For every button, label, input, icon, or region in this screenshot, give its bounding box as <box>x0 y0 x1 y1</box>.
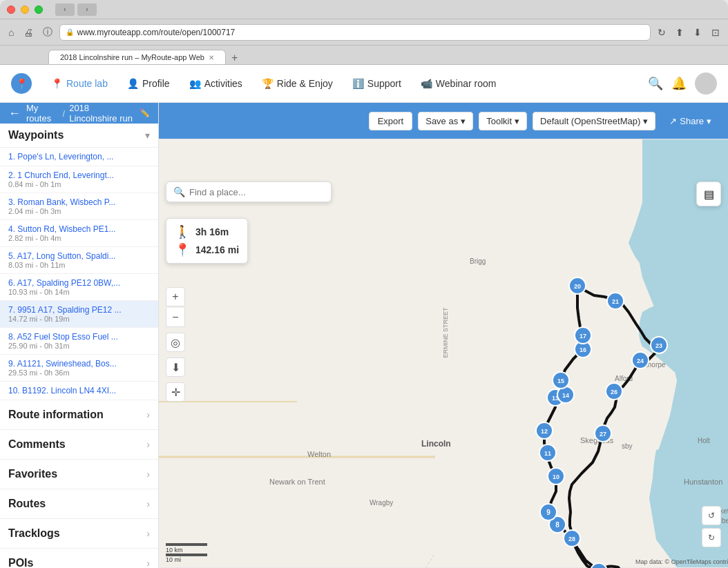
save-as-btn[interactable]: Save as ▾ <box>418 112 473 130</box>
waypoint-name: 5. A17, Long Sutton, Spaldi... <box>8 251 150 261</box>
map-reset-btns: ↺ ↻ <box>702 506 721 547</box>
tab-close-btn[interactable]: ✕ <box>209 54 214 61</box>
waypoint-meta: 2.04 mi - 0h 3m <box>8 207 150 215</box>
notifications-btn[interactable]: 🔔 <box>671 76 687 91</box>
section-chevron-icon: › <box>146 528 150 539</box>
browser-download-btn[interactable]: ⬇ <box>691 26 705 39</box>
waypoint-item-10[interactable]: 10. B1192. Lincoln LN4 4XI... <box>0 382 158 400</box>
nav-item-profile[interactable]: 👤 Profile <box>119 74 178 93</box>
close-window-btn[interactable] <box>7 6 15 14</box>
section-title: Comments <box>8 438 66 451</box>
zoom-out-btn[interactable]: − <box>166 308 185 327</box>
section-title: Favorites <box>8 468 57 480</box>
sidebar-item-comments[interactable]: Comments › <box>0 430 158 460</box>
waypoint-name: 8. A52 Fuel Stop Esso Fuel ... <box>8 332 150 342</box>
map-style-btn[interactable]: Default (OpenStreetMap) ▾ <box>533 112 655 130</box>
waypoint-item-2[interactable]: 2. 1 Church End, Leveringt... 0.84 mi - … <box>0 166 158 193</box>
svg-text:Hunstanton: Hunstanton <box>684 478 722 486</box>
reset-tilt-btn[interactable]: ↻ <box>702 528 721 547</box>
layer-toggle-btn[interactable]: ▤ <box>696 182 721 206</box>
share-btn[interactable]: ↗ Share ▾ <box>661 112 720 130</box>
waypoint-meta: 25.90 mi - 0h 31m <box>8 342 150 350</box>
waypoint-meta: 0.84 mi - 0h 1m <box>8 180 150 188</box>
address-bar[interactable]: 🔒 www.myrouteapp.com/route/open/1000717 <box>59 24 651 41</box>
zoom-in-btn[interactable]: + <box>166 287 185 306</box>
section-chevron-icon: › <box>146 409 150 420</box>
duration-icon: 🚶 <box>175 224 190 239</box>
search-nav-btn[interactable]: 🔍 <box>648 76 663 91</box>
waypoint-item-8[interactable]: 8. A52 Fuel Stop Esso Fuel ... 25.90 mi … <box>0 328 158 355</box>
waypoints-toggle-icon: ▾ <box>145 130 150 141</box>
waypoint-item-7[interactable]: 7. 9951 A17, Spalding PE12 ... 14.72 mi … <box>0 301 158 328</box>
svg-text:16: 16 <box>579 346 586 353</box>
window-chrome: ‹ › <box>0 0 728 19</box>
svg-text:10: 10 <box>553 473 559 480</box>
share-label: Share <box>680 116 704 126</box>
sidebar-item-routes[interactable]: Routes › <box>0 489 158 519</box>
export-btn[interactable]: Export <box>369 112 413 130</box>
save-as-label: Save as <box>425 116 458 126</box>
map-search-input[interactable] <box>189 187 324 197</box>
support-icon: ℹ️ <box>352 78 364 89</box>
svg-text:12: 12 <box>541 428 548 435</box>
browser-share-btn[interactable]: ⬆ <box>673 26 687 39</box>
edit-route-icon[interactable]: ✏️ <box>140 108 150 118</box>
waypoint-item-6[interactable]: 6. A17, Spalding PE12 0BW,... 10.93 mi -… <box>0 274 158 301</box>
waypoint-item-4[interactable]: 4. Sutton Rd, Wisbech PE1... 2.82 mi - 0… <box>0 220 158 247</box>
section-title: Tracklogs <box>8 527 60 540</box>
svg-text:8: 8 <box>555 521 559 529</box>
waypoint-item-5[interactable]: 5. A17, Long Sutton, Spaldi... 8.03 mi -… <box>0 247 158 274</box>
svg-text:Newark on Trent: Newark on Trent <box>269 478 325 486</box>
breadcrumb: My routes / 2018 Lincolnshire run ✏️ <box>26 103 150 124</box>
waypoint-item-1[interactable]: 1. Pope's Ln, Leverington, ... <box>0 148 158 166</box>
svg-text:9: 9 <box>546 509 550 516</box>
browser-info-btn[interactable]: ⓘ <box>40 25 55 40</box>
svg-text:Lincoln: Lincoln <box>421 439 451 449</box>
user-avatar[interactable] <box>695 72 717 95</box>
browser-home-btn[interactable]: ⌂ <box>6 26 17 39</box>
nav-item-webinar[interactable]: 📹 Webinar room <box>412 74 505 93</box>
active-tab[interactable]: 2018 Lincolnshire run – MyRoute-app Web … <box>48 50 226 64</box>
route-lab-icon: 📍 <box>51 78 63 89</box>
svg-text:21: 21 <box>612 298 619 305</box>
nav-item-ride-enjoy[interactable]: 🏆 Ride & Enjoy <box>253 74 341 93</box>
app-logo[interactable]: 📍 <box>11 73 32 94</box>
svg-text:17: 17 <box>579 333 586 340</box>
nav-item-support-label: Support <box>367 78 401 89</box>
waypoint-name: 4. Sutton Rd, Wisbech PE1... <box>8 224 150 234</box>
location-btn[interactable]: ◎ <box>166 333 185 352</box>
svg-text:Brigg: Brigg <box>470 257 486 265</box>
section-title: Routes <box>8 498 46 510</box>
sidebar-item-favorites[interactable]: Favorites › <box>0 460 158 489</box>
browser-print-btn[interactable]: 🖨 <box>21 26 36 39</box>
section-chevron-icon: › <box>146 558 150 568</box>
refresh-btn[interactable]: ↻ <box>655 26 669 39</box>
forward-browser-btn[interactable]: › <box>77 3 97 16</box>
minimize-window-btn[interactable] <box>21 6 29 14</box>
nav-item-activities[interactable]: 👥 Activities <box>181 74 251 93</box>
sidebar-back-btn[interactable]: ← <box>8 106 21 121</box>
back-browser-btn[interactable]: ‹ <box>55 3 75 16</box>
new-tab-btn[interactable]: + <box>226 52 243 64</box>
sidebar-item-pois[interactable]: POIs › <box>0 549 158 568</box>
fullscreen-window-btn[interactable] <box>35 6 43 14</box>
crosshair-btn[interactable]: ✛ <box>166 382 185 402</box>
svg-text:15: 15 <box>557 378 564 384</box>
waypoints-section-header[interactable]: Waypoints ▾ <box>0 124 158 148</box>
breadcrumb-parent[interactable]: My routes <box>26 103 59 124</box>
waypoint-item-3[interactable]: 3. Roman Bank, Wisbech P... 2.04 mi - 0h… <box>0 193 158 220</box>
download-map-btn[interactable]: ⬇ <box>166 358 185 377</box>
sidebar-item-tracklogs[interactable]: Tracklogs › <box>0 519 158 549</box>
svg-rect-69 <box>166 543 207 546</box>
browser-expand-btn[interactable]: ⊡ <box>709 26 722 39</box>
waypoint-item-9[interactable]: 9. A1121, Swineshead, Bos... 29.53 mi - … <box>0 355 158 382</box>
nav-item-route-lab[interactable]: 📍 Route lab <box>43 74 116 93</box>
waypoint-meta: 2.82 mi - 0h 4m <box>8 234 150 242</box>
map-canvas[interactable]: ERMINE STREET Lincoln Welton Newark on T… <box>159 139 728 568</box>
toolkit-btn[interactable]: Toolkit ▾ <box>479 112 527 130</box>
map-search[interactable]: 🔍 <box>166 182 332 202</box>
nav-item-support[interactable]: ℹ️ Support <box>344 74 410 93</box>
sidebar-item-route-information[interactable]: Route information › <box>0 400 158 430</box>
reset-north-btn[interactable]: ↺ <box>702 506 721 525</box>
sidebar-header: ← My routes / 2018 Lincolnshire run ✏️ <box>0 103 158 124</box>
